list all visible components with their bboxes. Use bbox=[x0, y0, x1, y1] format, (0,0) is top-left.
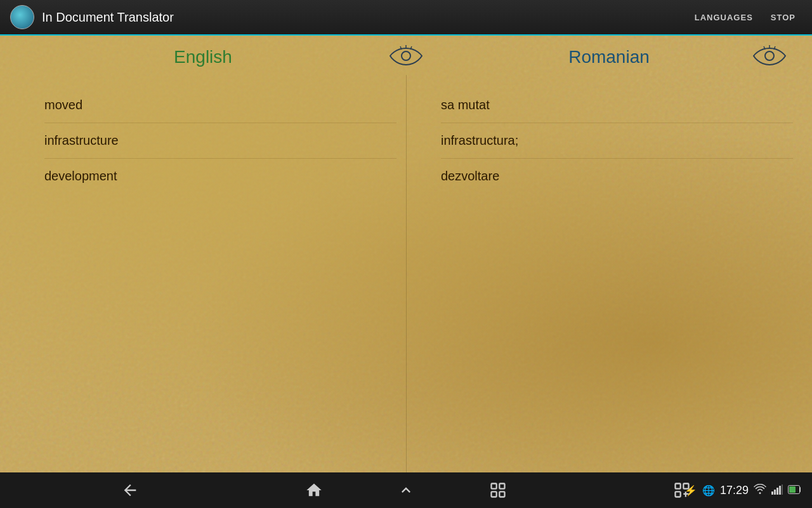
word-row: moved bbox=[44, 88, 396, 123]
word-row: development bbox=[44, 159, 396, 194]
svg-rect-9 bbox=[499, 484, 504, 489]
source-eye-icon[interactable] bbox=[389, 44, 423, 70]
svg-rect-21 bbox=[782, 485, 783, 495]
translator-area: English Romanian bbox=[0, 36, 812, 472]
target-word-2: infrastructura; bbox=[441, 133, 518, 147]
target-word-1: sa mutat bbox=[441, 98, 490, 112]
svg-rect-23 bbox=[789, 486, 796, 493]
svg-rect-17 bbox=[771, 491, 773, 495]
battery-icon bbox=[788, 485, 802, 496]
header-row: English Romanian bbox=[0, 36, 812, 75]
wifi-icon bbox=[754, 484, 766, 497]
stop-button[interactable]: STOP bbox=[764, 9, 802, 26]
svg-rect-19 bbox=[776, 488, 778, 495]
target-word-3: dezvoltare bbox=[441, 169, 499, 183]
source-language-header: English bbox=[0, 47, 406, 67]
bottom-nav-bar: ⚡ 🌐 17:29 bbox=[0, 472, 812, 508]
recents-button[interactable] bbox=[483, 475, 513, 505]
svg-rect-13 bbox=[683, 484, 688, 489]
target-language-header: Romanian bbox=[406, 47, 812, 67]
top-bar: In Document Translator LANGUAGES STOP bbox=[0, 0, 812, 36]
app-title: In Document Translator bbox=[42, 10, 688, 25]
source-word-1: moved bbox=[44, 98, 82, 112]
svg-rect-14 bbox=[676, 491, 681, 497]
svg-rect-22 bbox=[789, 485, 800, 493]
source-word-3: development bbox=[44, 169, 117, 183]
top-actions: LANGUAGES STOP bbox=[688, 9, 802, 26]
signal-icon bbox=[771, 485, 783, 497]
scanner-button[interactable] bbox=[667, 475, 697, 505]
svg-rect-10 bbox=[492, 491, 497, 497]
languages-button[interactable]: LANGUAGES bbox=[688, 9, 759, 26]
app-logo bbox=[10, 5, 34, 29]
source-word-2: infrastructure bbox=[44, 133, 119, 147]
home-button[interactable] bbox=[299, 475, 329, 505]
svg-rect-20 bbox=[779, 486, 781, 495]
main-content: English Romanian bbox=[0, 36, 812, 508]
svg-rect-11 bbox=[499, 491, 504, 497]
svg-rect-18 bbox=[774, 490, 776, 495]
word-row: dezvoltare bbox=[441, 159, 793, 194]
word-row: sa mutat bbox=[441, 88, 793, 123]
svg-rect-8 bbox=[492, 484, 497, 489]
globe-icon: 🌐 bbox=[702, 485, 715, 497]
back-button[interactable] bbox=[115, 475, 145, 505]
svg-point-0 bbox=[402, 51, 410, 60]
clock: 17:29 bbox=[720, 484, 749, 497]
word-row: infrastructura; bbox=[441, 123, 793, 159]
right-column: sa mutat infrastructura; dezvoltare bbox=[416, 75, 812, 472]
scroll-up-button[interactable] bbox=[391, 475, 421, 505]
content-area: moved infrastructure development sa muta… bbox=[0, 75, 812, 472]
svg-point-4 bbox=[765, 51, 774, 60]
word-row: infrastructure bbox=[44, 123, 396, 159]
left-column: moved infrastructure development bbox=[0, 75, 416, 472]
center-divider bbox=[406, 75, 407, 472]
svg-rect-12 bbox=[676, 484, 681, 489]
target-eye-icon[interactable] bbox=[752, 44, 787, 70]
